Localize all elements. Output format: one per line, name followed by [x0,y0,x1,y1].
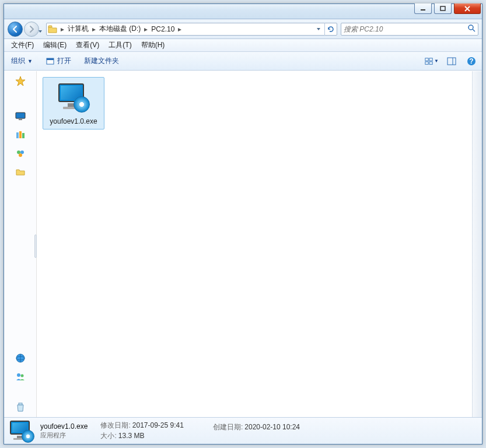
svg-rect-17 [19,131,22,138]
open-icon [46,57,55,65]
breadcrumb-sep[interactable]: ▸ [58,23,67,35]
details-primary: youfoev1.0.exe 应用程序 [40,422,88,440]
chevron-down-icon: ▼ [27,58,33,64]
breadcrumb-folder[interactable]: PC2.10 [150,23,176,35]
svg-rect-5 [47,58,54,60]
svg-rect-27 [19,403,22,405]
svg-point-3 [468,25,473,30]
details-filetype: 应用程序 [40,431,88,440]
minimize-button[interactable] [414,4,432,14]
libraries-icon[interactable] [15,130,26,140]
svg-point-20 [20,150,24,154]
svg-rect-1 [440,6,445,10]
file-item[interactable]: youfoev1.0.exe [43,77,104,130]
open-button[interactable]: 打开 [42,54,75,68]
chevron-down-icon: ▼ [434,58,439,64]
details-filename: youfoev1.0.exe [40,422,88,430]
svg-rect-0 [421,9,425,10]
help-button[interactable]: ? [464,55,478,68]
modified-value: 2017-09-25 9:41 [132,421,184,429]
svg-point-25 [17,373,20,377]
installer-icon [55,81,92,114]
navigation-pane [4,71,37,417]
preview-pane-button[interactable] [445,55,459,68]
svg-point-26 [20,374,23,377]
homegroup-icon[interactable] [15,148,26,159]
open-label: 打开 [57,56,71,66]
created-label: 创建日期: [213,423,243,431]
menu-edit[interactable]: 编辑(E) [39,39,71,51]
svg-rect-7 [429,58,432,60]
favorites-icon[interactable] [15,76,26,86]
modified-label: 修改日期: [100,421,130,429]
maximize-button[interactable] [434,4,452,14]
details-meta-col1: 修改日期: 2017-09-25 9:41 大小: 13.3 MB [100,421,183,441]
svg-rect-10 [447,58,456,65]
vertical-scrollbar[interactable] [472,71,482,417]
window-controls [414,4,481,14]
size-label: 大小: [100,432,116,440]
titlebar [4,4,482,19]
svg-rect-2 [48,26,52,27]
explorer-window: ▸ 计算机 ▸ 本地磁盘 (D:) ▸ PC2.10 ▸ [4,4,482,444]
organize-label: 组织 [11,56,25,66]
details-icon [9,419,34,443]
address-bar-buttons [313,23,337,36]
nav-buttons [8,21,43,37]
details-pane: youfoev1.0.exe 应用程序 修改日期: 2017-09-25 9:4… [4,417,482,444]
refresh-button[interactable] [325,23,337,35]
address-bar[interactable]: ▸ 计算机 ▸ 本地磁盘 (D:) ▸ PC2.10 ▸ [46,23,337,36]
search-input[interactable] [344,25,467,33]
menu-help[interactable]: 帮助(H) [137,39,170,51]
menu-tools[interactable]: 工具(T) [104,39,136,51]
back-button[interactable] [8,22,23,37]
breadcrumb-sep[interactable]: ▸ [176,23,184,35]
menu-bar: 文件(F) 编辑(E) 查看(V) 工具(T) 帮助(H) [4,39,482,52]
new-folder-button[interactable]: 新建文件夹 [81,54,123,68]
search-box[interactable] [341,23,478,36]
breadcrumb-sep[interactable]: ▸ [90,23,98,35]
svg-rect-18 [22,133,25,138]
svg-rect-8 [425,61,428,64]
svg-point-21 [19,153,22,157]
svg-text:?: ? [469,57,473,65]
breadcrumb-drive[interactable]: 本地磁盘 (D:) [98,23,142,35]
breadcrumbs: ▸ 计算机 ▸ 本地磁盘 (D:) ▸ PC2.10 ▸ [58,23,313,35]
svg-rect-15 [19,119,22,120]
size-value: 13.3 MB [118,432,145,440]
file-list[interactable]: youfoev1.0.exe [37,71,472,417]
folder-icon [47,25,58,33]
created-value: 2020-02-10 10:24 [244,423,300,431]
command-bar: 组织 ▼ 打开 新建文件夹 ▼ ? [4,52,482,71]
svg-rect-6 [425,58,428,60]
svg-point-19 [17,150,20,154]
menu-file[interactable]: 文件(F) [6,39,39,51]
organize-button[interactable]: 组织 ▼ [8,54,36,68]
address-history-dropdown[interactable] [313,23,324,35]
body: youfoev1.0.exe [4,71,482,417]
recycle-bin-icon[interactable] [15,402,26,412]
svg-rect-9 [429,61,432,64]
close-button[interactable] [454,4,481,14]
details-meta-col2: 创建日期: 2020-02-10 10:24 [213,422,300,440]
file-name-label: youfoev1.0.exe [50,117,97,125]
sidebar-resize-handle[interactable] [34,235,37,258]
breadcrumb-sep[interactable]: ▸ [142,23,150,35]
forward-button[interactable] [24,22,39,37]
svg-rect-14 [16,113,25,118]
computer-icon[interactable] [15,111,26,121]
folder-icon[interactable] [15,167,26,177]
breadcrumb-computer[interactable]: 计算机 [67,23,90,35]
network-icon[interactable] [15,353,26,363]
search-icon[interactable] [467,24,475,34]
svg-rect-16 [16,132,19,138]
menu-view[interactable]: 查看(V) [71,39,104,51]
recent-locations-dropdown[interactable] [38,27,43,32]
new-folder-label: 新建文件夹 [84,56,119,66]
users-icon[interactable] [15,372,26,382]
view-options-button[interactable]: ▼ [425,55,439,68]
nav-row: ▸ 计算机 ▸ 本地磁盘 (D:) ▸ PC2.10 ▸ [4,19,482,39]
